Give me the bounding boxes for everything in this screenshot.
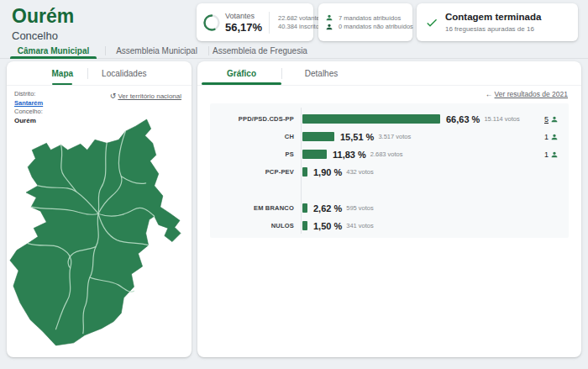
- chart-row-em-branco: EM BRANCO2,62 %595 votos: [210, 199, 569, 217]
- person-icon: [325, 23, 333, 31]
- mandates-card: 7 mandatos atribuídos 0 mandatos não atr…: [318, 3, 412, 41]
- tab-assembleia-municipal[interactable]: Assembleia Municipal: [105, 44, 208, 58]
- result-bar: [302, 221, 307, 230]
- turnout-percent: 56,17%: [225, 21, 262, 34]
- party-label: EM BRANCO: [210, 204, 294, 212]
- votes-value: 15.114 votos: [484, 115, 519, 123]
- results-panel: GráficoDetalhes ← Ver resultados de 2021…: [197, 61, 581, 357]
- divider: [269, 12, 270, 34]
- percent-value: 15,51 %: [340, 132, 374, 142]
- percent-value: 1,50 %: [313, 221, 342, 231]
- tab-assembleia-de-freguesia[interactable]: Assembleia de Freguesia: [208, 44, 312, 58]
- district-link[interactable]: Santarém: [14, 99, 43, 108]
- results-panel-tabs: GráficoDetalhes: [197, 61, 581, 86]
- checkmark-icon: [425, 16, 438, 29]
- tab-camara-municipal[interactable]: Câmara Municipal: [2, 44, 105, 58]
- result-bar: [302, 167, 307, 177]
- votes-value: 2.683 votos: [370, 150, 403, 158]
- page-title: Ourém: [12, 5, 74, 28]
- turnout-registered: 40.384 inscritos: [278, 23, 323, 31]
- percent-value: 11,83 %: [333, 150, 366, 160]
- reset-icon: ↺: [110, 92, 117, 100]
- turnout-label: Votantes: [225, 12, 262, 21]
- party-label: NULOS: [210, 222, 294, 229]
- chart-group-spacer: [210, 181, 569, 199]
- chart-rows: PPD/PSD.CDS-PP66,63 %15.114 votos5CH15,5…: [210, 110, 569, 235]
- result-bar: [302, 203, 307, 213]
- votes-value: 341 votos: [346, 222, 374, 229]
- page-subtitle: Concelho: [12, 29, 58, 42]
- tab-detalhes[interactable]: Detalhes: [281, 61, 361, 85]
- votes-value: 432 votos: [346, 168, 374, 176]
- chart-row-ppd-psd-cds-pp: PPD/PSD.CDS-PP66,63 %15.114 votos5: [210, 110, 569, 128]
- results-bar-chart: PPD/PSD.CDS-PP66,63 %15.114 votos5CH15,5…: [210, 103, 569, 238]
- district-label: Distrito:: [14, 90, 43, 99]
- chart-row-ps: PS11,83 %2.683 votos1: [210, 145, 569, 163]
- tab-mapa[interactable]: Mapa: [38, 61, 88, 85]
- municipality-map[interactable]: [8, 115, 187, 353]
- person-icon: [325, 13, 333, 22]
- count-status-subtitle: 16 freguesias apuradas de 16: [445, 25, 541, 33]
- tab-localidades[interactable]: Localidades: [87, 61, 160, 85]
- result-bar: [302, 132, 334, 141]
- chart-row-ch: CH15,51 %3.517 votos1: [210, 128, 569, 145]
- party-label: PCP-PEV: [210, 168, 294, 176]
- turnout-donut-icon: [202, 13, 221, 32]
- result-bar: [302, 150, 327, 159]
- party-label: CH: [210, 133, 294, 140]
- map-panel: MapaLocalidades Distrito: Santarém Conce…: [7, 61, 192, 357]
- compare-2021-link[interactable]: ← Ver resultados de 2021: [486, 90, 568, 98]
- mandates-count: 1: [544, 133, 559, 141]
- count-status-card: Contagem terminada 16 freguesias apurada…: [417, 3, 578, 41]
- arrow-left-icon: ←: [486, 90, 495, 98]
- person-icon: [550, 150, 559, 159]
- mandates-assigned: 7 mandatos atribuídos: [339, 14, 413, 23]
- map-panel-tabs: MapaLocalidades: [7, 61, 192, 86]
- chart-row-nulos: NULOS1,50 %341 votos: [210, 217, 569, 235]
- reset-territory-link[interactable]: ↺Ver território nacional: [110, 92, 181, 100]
- votes-value: 3.517 votos: [378, 133, 411, 140]
- main-tabs: Câmara MunicipalAssembleia MunicipalAsse…: [0, 44, 588, 59]
- election-results-page: Ourém Concelho Votantes 56,17% 22.682 vo…: [0, 0, 588, 369]
- votes-value: 595 votos: [346, 204, 374, 212]
- chart-row-pcp-pev: PCP-PEV1,90 %432 votos: [210, 163, 569, 181]
- result-bar: [302, 114, 440, 124]
- party-label: PPD/PSD.CDS-PP: [210, 115, 294, 123]
- mandates-count[interactable]: 5: [544, 115, 559, 124]
- mandates-unassigned: 0 mandatos não atribuídos: [339, 23, 413, 31]
- mandates-count: 1: [544, 150, 559, 159]
- tab-grafico[interactable]: Gráfico: [202, 61, 281, 85]
- person-icon: [550, 115, 559, 124]
- turnout-voters: 22.682 votantes: [278, 14, 323, 23]
- count-status-title: Contagem terminada: [445, 12, 541, 23]
- party-label: PS: [210, 150, 294, 158]
- percent-value: 66,63 %: [446, 114, 480, 124]
- turnout-card: Votantes 56,17% 22.682 votantes 40.384 i…: [197, 3, 313, 41]
- percent-value: 2,62 %: [313, 203, 342, 213]
- percent-value: 1,90 %: [313, 167, 342, 177]
- person-icon: [550, 133, 559, 141]
